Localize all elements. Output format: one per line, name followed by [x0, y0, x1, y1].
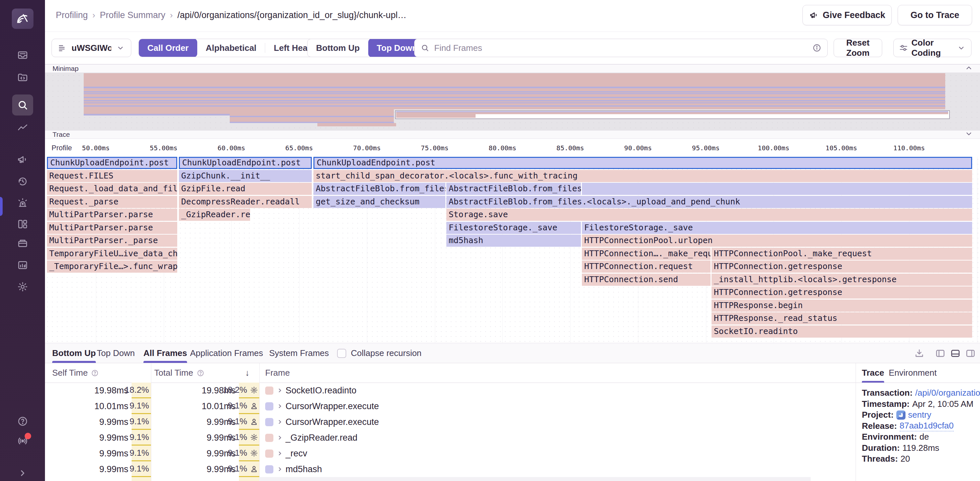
- thread-selector[interactable]: uWSGIWor…: [51, 39, 131, 57]
- sidebar-item-performance[interactable]: [17, 122, 29, 134]
- flame-frame[interactable]: HTTPConnection…._make_request: [582, 248, 711, 260]
- minimap-canvas[interactable]: [45, 73, 980, 130]
- layout-right-button[interactable]: [965, 348, 976, 359]
- find-frames-input[interactable]: Find Frames: [414, 39, 828, 57]
- give-feedback-button[interactable]: Give Feedback: [802, 5, 892, 25]
- sort-alphabetical[interactable]: Alphabetical: [197, 39, 265, 57]
- sidebar-item-feedback[interactable]: [17, 154, 29, 165]
- sidebar-item-projects[interactable]: [17, 71, 29, 83]
- sidebar-item-replays[interactable]: [17, 176, 29, 187]
- flamegraph-canvas[interactable]: ChunkUploadEndpoint.postChunkUploadEndpo…: [45, 157, 980, 343]
- details-tab-environment[interactable]: Environment: [889, 363, 937, 383]
- flame-frame[interactable]: AbstractFileBlob.from_files.<locals>._up…: [446, 196, 972, 208]
- table-row[interactable]: 9.99ms9.1%9.99ms9.1%_GzipReader.read: [45, 430, 811, 446]
- sidebar-item-explore-active[interactable]: [12, 95, 33, 116]
- flame-frame[interactable]: HTTPConnectionPool._make_request: [711, 248, 972, 260]
- flame-frame[interactable]: FilestoreStorage._save: [446, 222, 581, 234]
- flame-frame[interactable]: _GzipReader.read: [179, 209, 250, 221]
- flame-frame[interactable]: md5hash: [446, 235, 581, 247]
- layout-bottom-button[interactable]: [950, 348, 961, 359]
- flame-frame[interactable]: HTTPConnection.send: [582, 274, 711, 286]
- table-row[interactable]: 10.01ms9.1%10.01ms9.1%CursorWrapper.exec…: [45, 398, 811, 414]
- flame-frame[interactable]: FilestoreStorage._save: [582, 222, 972, 234]
- sentry-logo[interactable]: [12, 8, 33, 29]
- sidebar-item-settings[interactable]: [17, 281, 29, 293]
- frame-header[interactable]: Frame: [265, 363, 290, 383]
- flame-frame[interactable]: Request._load_data_and_files: [47, 183, 177, 195]
- flame-frame-selected[interactable]: ChunkUploadEndpoint.post: [179, 157, 312, 169]
- flame-frame[interactable]: Request._parse: [47, 196, 177, 208]
- go-to-trace-button[interactable]: Go to Trace: [897, 5, 972, 25]
- flame-frame[interactable]: get_size_and_checksum: [313, 196, 445, 208]
- details-tab-trace[interactable]: Trace: [862, 363, 884, 383]
- flame-frame[interactable]: SocketIO.readinto: [711, 325, 972, 338]
- sidebar-item-stats[interactable]: [17, 259, 29, 271]
- expand-row-chevron[interactable]: [277, 466, 283, 474]
- table-row[interactable]: 9.99ms9.1%9.99ms9.1%CursorWrapper.execut…: [45, 414, 811, 430]
- sidebar-item-help[interactable]: [17, 415, 29, 427]
- flame-frame-selected[interactable]: ChunkUploadEndpoint.post: [313, 157, 972, 169]
- self-time-header[interactable]: Self Time: [52, 363, 99, 383]
- layout-left-button[interactable]: [935, 348, 945, 359]
- expand-row-chevron[interactable]: [277, 419, 283, 427]
- sort-call-order[interactable]: Call Order: [139, 39, 197, 57]
- direction-bottom-up[interactable]: Bottom Up: [307, 39, 368, 57]
- flame-frame[interactable]: HTTPConnection.getresponse: [711, 260, 972, 273]
- collapse-recursion-label[interactable]: Collapse recursion: [351, 343, 422, 363]
- flame-frame[interactable]: DecompressReader.readall: [179, 196, 312, 208]
- flame-frame[interactable]: start_child_span_decorator.<locals>.func…: [313, 170, 972, 182]
- collapse-recursion-checkbox[interactable]: [337, 349, 346, 358]
- info-icon[interactable]: [812, 43, 821, 52]
- flame-frame[interactable]: [582, 183, 972, 195]
- expand-row-chevron[interactable]: [277, 403, 283, 411]
- table-row[interactable]: 9.99ms9.1%9.99ms9.1%md5hash: [45, 461, 811, 477]
- tab-top-down[interactable]: Top Down: [97, 343, 135, 363]
- table-row[interactable]: 9.99ms9.1%9.99ms9.1%_recv: [45, 446, 811, 461]
- expand-row-chevron[interactable]: [277, 434, 283, 442]
- flame-frame[interactable]: Request.FILES: [47, 170, 177, 182]
- sidebar-item-crons[interactable]: [17, 237, 29, 249]
- flame-frame[interactable]: _install_httplib.<locals>.getresponse: [711, 274, 972, 286]
- sort-direction-indicator[interactable]: ↓: [245, 363, 250, 383]
- collapse-trace-button[interactable]: [965, 130, 973, 139]
- flame-frame[interactable]: HTTPResponse._read_status: [711, 312, 972, 324]
- flame-frame[interactable]: GzipFile.read: [179, 183, 312, 195]
- flame-frame[interactable]: GzipChunk.__init__: [179, 170, 312, 182]
- tab-system-frames[interactable]: System Frames: [269, 343, 329, 363]
- flame-frame[interactable]: AbstractFileBlob.from_files: [446, 183, 581, 195]
- flame-frame[interactable]: MultiPartParser._parse: [47, 235, 177, 247]
- tab-all-frames[interactable]: All Frames: [143, 343, 187, 363]
- flame-frame[interactable]: _TemporaryFile…>.func_wrapper: [47, 260, 177, 273]
- sidebar-item-whats-new[interactable]: [17, 435, 29, 447]
- flame-frame[interactable]: MultiPartParser.parse: [47, 209, 177, 221]
- transaction-link[interactable]: /api/0/organizations/{organ…: [915, 388, 980, 398]
- sidebar-expand-button[interactable]: [17, 467, 29, 479]
- export-button[interactable]: [914, 348, 924, 359]
- breadcrumb-profile-summary[interactable]: Profile Summary: [100, 10, 165, 20]
- sidebar-item-insights[interactable]: [17, 218, 29, 230]
- flame-frame[interactable]: HTTPConnection.getresponse: [711, 286, 972, 298]
- flame-frame[interactable]: AbstractFileBlob.from_files: [313, 183, 445, 195]
- tab-application-frames[interactable]: Application Frames: [190, 343, 263, 363]
- project-link[interactable]: sentry: [908, 410, 931, 420]
- total-time-header[interactable]: Total Time: [154, 363, 204, 383]
- sidebar-item-issues[interactable]: [17, 49, 29, 61]
- collapse-minimap-button[interactable]: [965, 64, 973, 73]
- table-row[interactable]: [45, 477, 811, 481]
- reset-zoom-button[interactable]: Reset Zoom: [834, 39, 882, 57]
- flame-frame[interactable]: MultiPartParser.parse: [47, 222, 177, 234]
- expand-row-chevron[interactable]: [277, 387, 283, 395]
- flame-frame-selected[interactable]: ChunkUploadEndpoint.post: [47, 157, 177, 169]
- flame-frame[interactable]: HTTPResponse.begin: [711, 300, 972, 312]
- flame-frame[interactable]: HTTPConnectionPool.urlopen: [582, 235, 972, 247]
- scrollbar-area[interactable]: [259, 477, 811, 481]
- color-coding-dropdown[interactable]: Color Coding: [893, 39, 972, 57]
- table-row[interactable]: 19.98ms18.2%19.98ms18.2%SocketIO.readint…: [45, 383, 811, 398]
- sidebar-item-alerts[interactable]: [17, 197, 29, 209]
- expand-row-chevron[interactable]: [277, 450, 283, 458]
- flame-frame[interactable]: Storage.save: [446, 209, 972, 221]
- flame-frame[interactable]: TemporaryFileU…ive_data_chunk: [47, 248, 177, 260]
- flame-frame[interactable]: HTTPConnection.request: [582, 260, 711, 273]
- tab-bottom-up[interactable]: Bottom Up: [52, 343, 96, 363]
- release-link[interactable]: 87aab1d9cfa0: [900, 421, 954, 432]
